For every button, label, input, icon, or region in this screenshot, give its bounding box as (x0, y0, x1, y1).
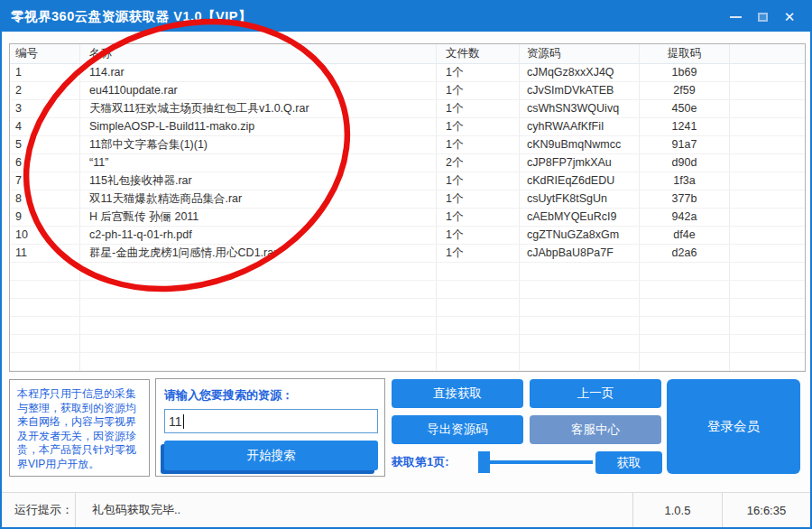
cell-extract: 2f59 (640, 82, 730, 99)
cell-empty (730, 227, 805, 244)
table-row[interactable]: 9H 后宫甄传 孙俪 20111个cAEbMYQEuRcI9942a (10, 209, 805, 227)
notice-panel: 本程序只用于信息的采集与整理，获取到的资源均来自网络，内容与零视界及开发者无关，… (9, 379, 150, 477)
cell-empty (730, 172, 805, 190)
cell-code: cKdRIEqZ6dEDU (520, 172, 640, 190)
text-caret (183, 414, 184, 429)
cell-files: 1个 (437, 209, 520, 226)
cell-code: cyhRWAAfKfFiI (520, 118, 640, 135)
export-codes-button[interactable]: 导出资源码 (392, 415, 523, 444)
cell-empty (730, 281, 805, 298)
table-row[interactable]: 511部中文字幕合集(1)(1)1个cKN9uBmqNwmcc91a7 (10, 136, 805, 154)
maximize-button[interactable] (749, 5, 776, 29)
previous-page-button[interactable]: 上一页 (530, 379, 661, 408)
cell-code: cJMqGz8xxXJ4Q (520, 64, 640, 81)
results-table: 编号 名称 文件数 资源码 提取码 1114.rar1个cJMqGz8xxXJ4… (9, 43, 806, 372)
cell-code (520, 317, 640, 334)
table-row[interactable]: 2eu4110update.rar1个cJvSImDVkATEB2f59 (10, 82, 805, 100)
cell-name (80, 317, 437, 334)
cell-files: 1个 (437, 172, 520, 190)
table-row[interactable]: 10c2-ph-11-q-01-rh.pdf1个cgZTNuGZa8xGmdf4… (10, 227, 805, 245)
cell-files: 1个 (437, 227, 520, 244)
get-page-label: 获取第1页: (392, 454, 449, 470)
cell-files (437, 281, 520, 298)
cell-name (80, 353, 437, 370)
search-input[interactable]: 11 (164, 409, 378, 433)
table-header-row: 编号 名称 文件数 资源码 提取码 (10, 44, 805, 64)
cell-empty (730, 335, 805, 352)
table-row[interactable] (10, 353, 805, 371)
cell-code (520, 335, 640, 352)
cell-name (80, 263, 437, 280)
table-row[interactable]: 1114.rar1个cJMqGz8xxXJ4Q1b69 (10, 64, 805, 82)
cell-id (10, 263, 80, 280)
table-row[interactable] (10, 317, 805, 335)
title-bar: 零视界360云盘资源获取器 V1.0【VIP】 ✕ (2, 2, 810, 32)
cell-name: 双11天猫爆款精选商品集合.rar (80, 190, 437, 208)
table-row[interactable] (10, 263, 805, 281)
page-slider-handle[interactable] (478, 451, 490, 473)
cell-code: cKN9uBmqNwmcc (520, 136, 640, 153)
cell-files (437, 353, 520, 370)
cell-code: cJvSImDVkATEB (520, 82, 640, 99)
table-row[interactable]: 11群星-金曲龙虎榜1问感情.用心CD1.rar1个cJAbpBaU8Pa7Fd… (10, 245, 805, 263)
cell-extract: 450e (640, 100, 730, 117)
cell-id: 1 (10, 64, 80, 81)
service-center-button[interactable]: 客服中心 (530, 415, 661, 444)
table-row[interactable]: 4SimpleAOSP-L-Build11-mako.zip1个cyhRWAAf… (10, 118, 805, 136)
column-header-id: 编号 (10, 44, 80, 63)
minimize-button[interactable] (722, 5, 749, 29)
status-message: 礼包码获取完毕.. (76, 502, 632, 518)
cell-name: H 后宫甄传 孙俪 2011 (80, 209, 437, 226)
cell-id (10, 317, 80, 334)
cell-id: 4 (10, 118, 80, 135)
cell-extract: 1b69 (640, 64, 730, 81)
direct-get-button[interactable]: 直接获取 (392, 379, 523, 408)
table-row[interactable] (10, 299, 805, 317)
cell-id: 11 (10, 245, 80, 262)
start-search-button[interactable]: 开始搜索 (164, 441, 378, 470)
cell-id: 6 (10, 154, 80, 172)
table-row[interactable] (10, 281, 805, 299)
cell-id (10, 353, 80, 370)
table-row[interactable]: 6“11”2个cJP8FP7jmkXAud90d (10, 154, 805, 172)
status-bar: 运行提示： 礼包码获取完毕.. 1.0.5 16:6:35 (2, 492, 810, 527)
cell-files: 2个 (437, 154, 520, 172)
cell-extract: 1241 (640, 118, 730, 135)
login-vip-button[interactable]: 登录会员 (667, 379, 800, 474)
cell-empty (730, 82, 805, 99)
cell-empty (730, 299, 805, 316)
table-row[interactable]: 7115礼包接收神器.rar1个cKdRIEqZ6dEDU1f3a (10, 172, 805, 190)
cell-code: cAEbMYQEuRcI9 (520, 209, 640, 226)
cell-name: 115礼包接收神器.rar (80, 172, 437, 190)
cell-extract: 377b (640, 190, 730, 208)
cell-empty (730, 317, 805, 334)
cell-files: 1个 (437, 136, 520, 153)
cell-files (437, 317, 520, 334)
column-header-extract: 提取码 (640, 44, 730, 63)
cell-files (437, 299, 520, 316)
cell-files: 1个 (437, 118, 520, 135)
get-button[interactable]: 获取 (595, 451, 662, 474)
cell-name (80, 335, 437, 352)
cell-id (10, 335, 80, 352)
cell-extract (640, 335, 730, 352)
cell-extract: d90d (640, 154, 730, 172)
cell-empty (730, 64, 805, 81)
table-row[interactable]: 8双11天猫爆款精选商品集合.rar1个csUytFK8tSgUn377b (10, 190, 805, 209)
search-input-value: 11 (169, 414, 182, 429)
cell-code (520, 353, 640, 370)
maximize-icon (758, 13, 768, 22)
cell-empty (730, 245, 805, 262)
table-row[interactable] (10, 335, 805, 353)
close-button[interactable]: ✕ (776, 5, 803, 29)
cell-id (10, 281, 80, 298)
cell-empty (730, 353, 805, 370)
cell-files: 1个 (437, 245, 520, 262)
cell-extract (640, 299, 730, 316)
cell-code (520, 281, 640, 298)
table-row[interactable]: 3天猫双11狂欢城主场页抽红包工具v1.0.Q.rar1个csWhSN3WQUi… (10, 100, 805, 118)
status-label: 运行提示： (2, 502, 75, 518)
notice-text: 本程序只用于信息的采集与整理，获取到的资源均来自网络，内容与零视界及开发者无关，… (17, 387, 136, 470)
page-slider-track[interactable] (480, 460, 593, 464)
version-text: 1.0.5 (633, 504, 722, 517)
